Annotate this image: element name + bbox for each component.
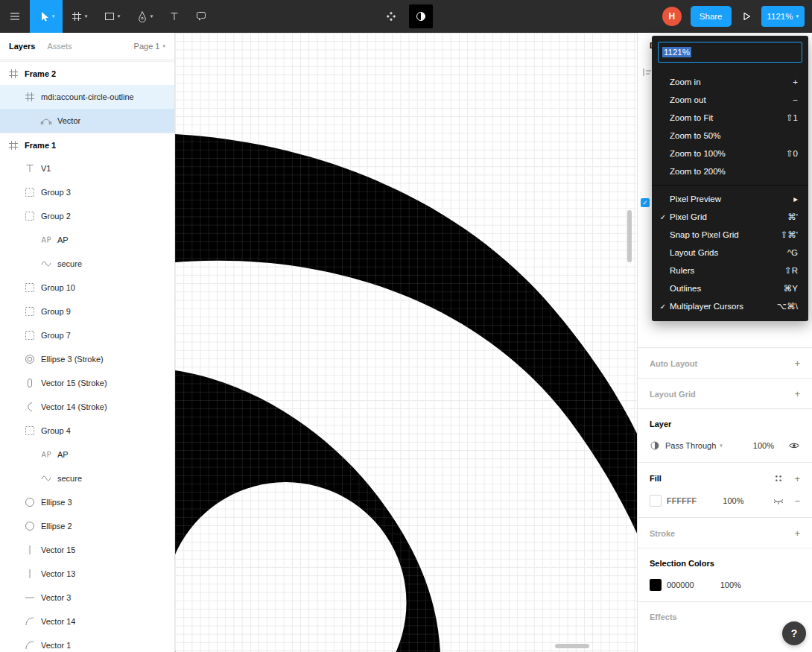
layer-row[interactable]: Group 10 xyxy=(0,276,174,300)
layer-name: Frame 2 xyxy=(25,69,56,78)
layer-row[interactable]: Ellipse 2 xyxy=(0,514,174,538)
layer-row[interactable]: Group 2 xyxy=(0,204,174,228)
menu-item-zoom-in[interactable]: Zoom in+ xyxy=(652,73,808,91)
fill-color-swatch[interactable] xyxy=(650,495,662,507)
tab-assets[interactable]: Assets xyxy=(47,42,72,51)
selection-color-swatch[interactable] xyxy=(650,579,662,591)
component-button[interactable] xyxy=(379,4,403,28)
layer-row[interactable]: Vector 1 xyxy=(0,633,174,652)
menu-item-shortcut: ⇧0 xyxy=(786,148,798,159)
shape-tool-button[interactable]: ▾ xyxy=(95,0,128,33)
layer-row[interactable]: Group 7 xyxy=(0,323,174,347)
layer-name: Vector 1 xyxy=(41,641,71,650)
zoom-menu-button[interactable]: 1121% ▾ xyxy=(761,6,805,27)
menu-item-multiplayer-cursors[interactable]: ✓Multiplayer Cursors⌥⌘\ xyxy=(652,297,808,315)
text-tool-button[interactable] xyxy=(161,0,188,33)
layer-type-icon xyxy=(24,520,36,532)
pen-tool-button[interactable]: ▾ xyxy=(128,0,161,33)
layer-type-icon xyxy=(24,186,36,198)
layer-row[interactable]: Vector 3 xyxy=(0,586,174,610)
layer-row[interactable]: Group 4 xyxy=(0,419,174,443)
layer-row[interactable]: Ellipse 3 (Stroke) xyxy=(0,347,174,371)
frame-tool-button[interactable]: ▾ xyxy=(63,0,95,33)
layer-type-icon xyxy=(24,401,36,413)
add-fill-button[interactable]: + xyxy=(794,474,800,484)
move-tool-button[interactable]: ▾ xyxy=(30,0,63,33)
layer-visibility-toggle[interactable] xyxy=(788,440,800,452)
layer-row[interactable]: mdi:account-circle-outline xyxy=(0,85,174,109)
layer-row[interactable]: Vector xyxy=(0,109,174,133)
menu-item-label: Outlines xyxy=(670,284,701,293)
fill-opacity-value[interactable]: 100% xyxy=(723,496,743,505)
layer-type-icon xyxy=(24,592,36,604)
layer-row[interactable]: Group 9 xyxy=(0,300,174,323)
layer-row[interactable]: Vector 15 xyxy=(0,538,174,562)
layer-row[interactable]: Vector 15 (Stroke) xyxy=(0,371,174,395)
layer-row[interactable]: Vector 14 xyxy=(0,610,174,633)
menu-item-rulers[interactable]: Rulers⇧R xyxy=(652,262,808,279)
align-left-icon[interactable] xyxy=(642,67,653,77)
horizontal-scrollbar[interactable] xyxy=(555,644,589,648)
remove-fill-button[interactable]: − xyxy=(794,496,800,506)
canvas[interactable] xyxy=(175,33,637,652)
checkbox-checked-fragment[interactable]: ✓ xyxy=(641,198,650,207)
selection-color-hex[interactable]: 000000 xyxy=(667,580,694,589)
vertical-scrollbar[interactable] xyxy=(627,210,632,262)
main-menu-button[interactable] xyxy=(0,0,30,33)
layer-type-icon xyxy=(24,162,36,174)
blend-mode-select[interactable]: Pass Through ▾ xyxy=(665,441,723,450)
play-icon xyxy=(740,10,752,22)
layer-row[interactable]: Vector 14 (Stroke) xyxy=(0,395,174,419)
layer-type-icon xyxy=(24,91,36,103)
layer-type-icon xyxy=(7,68,19,80)
help-button[interactable]: ? xyxy=(782,621,806,645)
menu-item-layout-grids[interactable]: Layout Grids^G xyxy=(652,244,808,262)
blend-mode-icon xyxy=(650,440,660,451)
comment-bubble-icon xyxy=(195,10,207,22)
layer-name: V1 xyxy=(41,164,51,173)
menu-item-snap-to-pixel-grid[interactable]: Snap to Pixel Grid⇧⌘' xyxy=(652,226,808,244)
layer-type-icon xyxy=(24,282,36,294)
zoom-input[interactable]: 1121% xyxy=(658,42,802,63)
add-stroke-button[interactable]: + xyxy=(794,528,800,538)
vector-artwork[interactable] xyxy=(175,33,637,652)
add-layout-grid-button[interactable]: + xyxy=(794,389,800,399)
layer-row[interactable]: Frame 2 xyxy=(0,61,174,85)
menu-item-zoom-to-50-[interactable]: Zoom to 50% xyxy=(652,127,808,145)
layer-row[interactable]: Frame 1 xyxy=(0,133,174,156)
avatar[interactable]: H xyxy=(662,7,682,26)
layer-row[interactable]: V1 xyxy=(0,156,174,180)
add-auto-layout-button[interactable]: + xyxy=(794,358,800,368)
layer-row[interactable]: Vector 13 xyxy=(0,562,174,586)
menu-item-zoom-to-200-[interactable]: Zoom to 200% xyxy=(652,162,808,180)
menu-item-pixel-preview[interactable]: Pixel Preview▸ xyxy=(652,190,808,208)
layer-name: Vector xyxy=(57,116,80,125)
layout-grid-title: Layout Grid xyxy=(650,390,696,399)
menu-item-zoom-to-100-[interactable]: Zoom to 100%⇧0 xyxy=(652,145,808,162)
menu-item-zoom-out[interactable]: Zoom out− xyxy=(652,91,808,109)
present-button[interactable] xyxy=(740,10,752,22)
fill-section-title: Fill xyxy=(650,474,662,483)
hidden-eye-icon[interactable] xyxy=(773,495,784,507)
layer-row[interactable]: AP xyxy=(0,443,174,466)
mask-button[interactable] xyxy=(409,4,433,28)
tab-layers[interactable]: Layers xyxy=(9,42,35,51)
layer-opacity-value[interactable]: 100% xyxy=(753,441,774,450)
selection-colors-title: Selection Colors xyxy=(650,559,714,568)
share-button[interactable]: Share xyxy=(691,6,732,27)
fill-hex-value[interactable]: FFFFFF xyxy=(667,496,697,505)
menu-item-pixel-grid[interactable]: ✓Pixel Grid⌘' xyxy=(652,208,808,226)
check-icon: ✓ xyxy=(656,213,670,221)
layer-row[interactable]: Group 3 xyxy=(0,180,174,204)
layer-row[interactable]: Ellipse 3 xyxy=(0,490,174,514)
comment-tool-button[interactable] xyxy=(188,0,215,33)
page-selector[interactable]: Page 1 ▾ xyxy=(134,42,165,51)
layer-row[interactable]: secure xyxy=(0,252,174,276)
menu-item-zoom-to-fit[interactable]: Zoom to Fit⇧1 xyxy=(652,109,808,127)
layer-row[interactable]: AP xyxy=(0,228,174,252)
styles-icon[interactable] xyxy=(773,473,784,484)
menu-item-outlines[interactable]: Outlines⌘Y xyxy=(652,279,808,297)
auto-layout-section: Auto Layout + xyxy=(638,347,812,378)
layer-name: mdi:account-circle-outline xyxy=(41,92,134,101)
layer-row[interactable]: secure xyxy=(0,466,174,490)
